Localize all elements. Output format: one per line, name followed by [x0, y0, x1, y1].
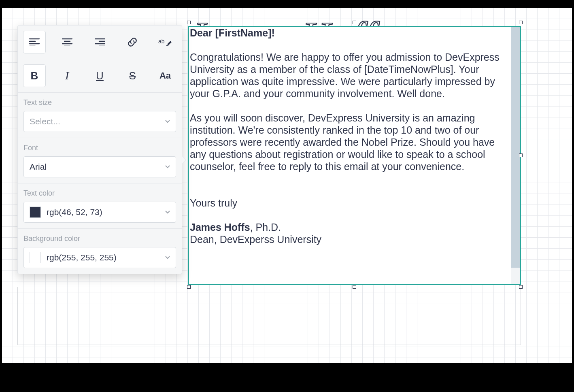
strikethrough-button[interactable]: S — [121, 65, 143, 87]
align-center-icon — [62, 38, 72, 46]
signature-line-1: James Hoffs, Ph.D. — [190, 221, 510, 233]
app-frame: James Hoffs Dear [FirstName]! Congratula… — [0, 0, 574, 392]
font-label: Font — [23, 144, 176, 152]
align-right-icon — [95, 38, 105, 46]
background-color-swatch — [30, 252, 41, 263]
text-size-select[interactable]: Select... — [23, 111, 176, 132]
greeting: Dear [FirstName]! — [190, 27, 275, 38]
text-color-value: rgb(46, 52, 73) — [47, 207, 102, 217]
signature-image-region[interactable] — [17, 287, 521, 345]
text-content-region[interactable]: Dear [FirstName]! Congratulations! We ar… — [188, 26, 521, 285]
chevron-down-icon — [165, 256, 170, 259]
selection-handle[interactable] — [187, 285, 191, 289]
background-color-value: rgb(255, 255, 255) — [47, 253, 117, 262]
text-color-swatch — [30, 207, 41, 218]
background-color-section: Background color rgb(255, 255, 255) — [18, 229, 182, 274]
align-left-button[interactable] — [23, 31, 45, 53]
text-size-section: Text size Select... — [18, 93, 182, 138]
svg-text:ab: ab — [158, 38, 165, 45]
chevron-down-icon — [165, 120, 170, 123]
toolbar-row-style: B I U S Aa — [18, 59, 182, 93]
text-color-label: Text color — [23, 189, 176, 198]
closing: Yours truly — [190, 197, 510, 209]
insert-link-button[interactable] — [121, 31, 143, 53]
text-size-label: Text size — [23, 98, 176, 107]
text-case-icon: Aa — [159, 70, 171, 81]
selection-handle[interactable] — [519, 285, 523, 289]
chevron-down-icon — [165, 211, 170, 214]
font-select[interactable]: Arial — [23, 156, 176, 177]
bold-button[interactable]: B — [23, 65, 45, 87]
align-left-icon — [29, 38, 40, 46]
text-size-value: Select... — [30, 117, 60, 126]
panel-pointer — [182, 156, 186, 164]
text-case-button[interactable]: Aa — [154, 65, 176, 87]
underline-icon: U — [96, 70, 104, 82]
italic-icon: I — [65, 69, 69, 82]
italic-button[interactable]: I — [56, 65, 78, 87]
font-value: Arial — [30, 162, 47, 172]
design-canvas[interactable]: James Hoffs Dear [FirstName]! Congratula… — [2, 8, 572, 363]
underline-button[interactable]: U — [89, 65, 111, 87]
toolbar-row-alignment: ab — [18, 26, 182, 59]
selection-handle[interactable] — [187, 21, 191, 24]
background-color-label: Background color — [23, 234, 176, 243]
text-properties-panel: ab B I U — [17, 25, 182, 274]
font-section: Font Arial — [18, 138, 182, 183]
strikethrough-icon: S — [129, 70, 136, 82]
scrollbar-thumb[interactable] — [511, 27, 520, 268]
clear-format-icon: ab — [158, 38, 172, 47]
paragraph-1: Congratulations! We are happy to offer y… — [190, 51, 510, 100]
selection-handle[interactable] — [519, 21, 523, 24]
text-content[interactable]: Dear [FirstName]! Congratulations! We ar… — [189, 27, 511, 284]
paragraph-2: As you will soon discover, DevExpress Un… — [190, 112, 510, 173]
align-center-button[interactable] — [56, 31, 78, 53]
align-right-button[interactable] — [89, 31, 111, 53]
link-icon — [127, 36, 138, 48]
clear-formatting-button[interactable]: ab — [154, 31, 176, 53]
bold-icon: B — [31, 70, 38, 82]
signature-line-2: Dean, DevExperss University — [190, 233, 510, 245]
selection-handle[interactable] — [353, 285, 356, 289]
background-color-select[interactable]: rgb(255, 255, 255) — [23, 247, 176, 268]
selection-handle[interactable] — [519, 153, 523, 157]
selection-handle[interactable] — [353, 21, 356, 24]
text-color-section: Text color rgb(46, 52, 73) — [18, 183, 182, 229]
text-color-select[interactable]: rgb(46, 52, 73) — [23, 202, 176, 223]
chevron-down-icon — [165, 165, 170, 168]
